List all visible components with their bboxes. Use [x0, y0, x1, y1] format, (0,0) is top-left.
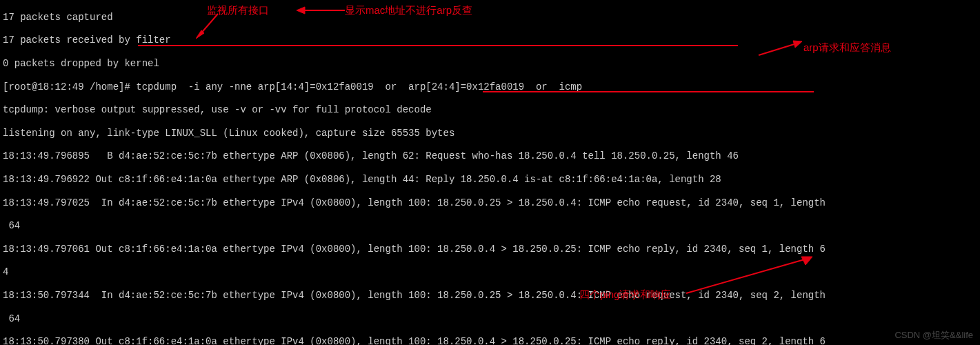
svg-marker-1 — [196, 30, 204, 39]
output-line: 18:13:49.796922 Out c8:1f:66:e4:1a:0a et… — [3, 174, 826, 186]
output-line: 18:13:49.797061 Out c8:1f:66:e4:1a:0a et… — [3, 244, 826, 255]
output-line: 64 — [3, 313, 826, 325]
svg-marker-3 — [297, 7, 305, 14]
underline-arp-reply — [483, 91, 814, 92]
svg-line-6 — [686, 259, 807, 293]
output-line: tcpdump: verbose output suppressed, use … — [3, 104, 826, 116]
arrow-icon — [196, 12, 223, 40]
svg-line-4 — [759, 43, 797, 55]
output-line: 0 packets dropped by kernel — [3, 58, 826, 70]
output-line: 18:13:49.796895 B d4:ae:52:ce:5c:7b ethe… — [3, 150, 826, 162]
annotation-four-ping: 四个ping请求和响应 — [579, 288, 671, 301]
output-line: 64 — [3, 220, 826, 232]
arrow-icon — [297, 6, 346, 15]
prompt: [root@18:12:49 /home]# — [3, 81, 136, 92]
watermark: CSDN @坦笑&&life — [894, 330, 973, 341]
annotation-arp-req-reply: arp请求和应答消息 — [803, 41, 891, 54]
output-line: listening on any, link-type LINUX_SLL (L… — [3, 128, 826, 139]
svg-marker-5 — [793, 41, 802, 48]
arrow-icon — [683, 255, 814, 297]
output-line: 18:13:50.797380 Out c8:1f:66:e4:1a:0a et… — [3, 336, 826, 345]
underline-command — [138, 45, 738, 46]
output-line: 18:13:49.797025 In d4:ae:52:ce:5c:7b eth… — [3, 197, 826, 209]
arrow-icon — [755, 38, 803, 59]
annotation-show-mac-no-arp: 显示mac地址不进行arp反查 — [345, 4, 472, 17]
svg-marker-7 — [801, 257, 812, 265]
